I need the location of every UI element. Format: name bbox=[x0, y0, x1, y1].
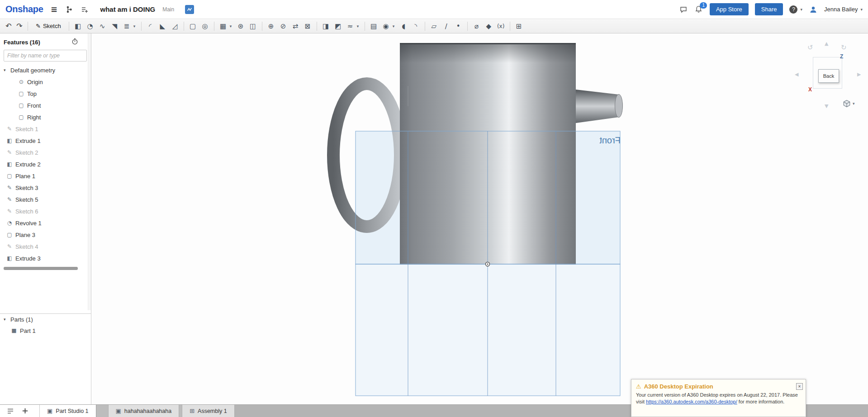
feature-item-sketch-6[interactable]: ✎ Sketch 6 bbox=[0, 205, 91, 217]
parts-group-header[interactable]: ▾ Parts (1) bbox=[0, 314, 91, 325]
split-icon[interactable]: ⊘ bbox=[278, 21, 289, 32]
shell-icon[interactable]: ▢ bbox=[187, 21, 199, 32]
feature-item-sketch-3[interactable]: ✎ Sketch 3 bbox=[0, 182, 91, 194]
feature-list-panel: Features (16) ▾ Default geometry ⊙ Origi… bbox=[0, 33, 91, 404]
versions-icon[interactable] bbox=[65, 5, 74, 14]
sweep-icon[interactable]: ∿ bbox=[97, 21, 108, 32]
fill-surface-icon[interactable]: ▤ bbox=[368, 21, 379, 32]
create-icon[interactable] bbox=[80, 5, 89, 14]
offset-surface-icon[interactable]: ≈ bbox=[345, 21, 356, 32]
redo-icon[interactable]: ↷ bbox=[14, 21, 24, 32]
viewcube-back-face[interactable]: Back bbox=[818, 69, 839, 83]
feature-item-plane-3[interactable]: ▢ Plane 3 bbox=[0, 229, 91, 241]
transform-icon[interactable]: ⇄ bbox=[290, 21, 301, 32]
feature-group-default-geometry[interactable]: ▾ Default geometry bbox=[0, 64, 91, 76]
hamburger-menu-icon[interactable]: ≡ bbox=[49, 5, 58, 14]
avatar[interactable] bbox=[809, 5, 818, 14]
circular-pattern-icon[interactable]: ⊛ bbox=[235, 21, 247, 32]
measure-icon[interactable]: ⌀ bbox=[471, 21, 482, 32]
tab-assembly-1[interactable]: ⊞ Assembly 1 bbox=[182, 405, 235, 417]
thicken-icon[interactable]: ≣ bbox=[121, 21, 133, 32]
delete-part-icon[interactable]: ⊠ bbox=[302, 21, 313, 32]
custom-feature-icon[interactable]: ⊞ bbox=[513, 21, 525, 32]
revolve-icon[interactable]: ◔ bbox=[85, 21, 96, 32]
comments-icon[interactable] bbox=[679, 5, 688, 14]
feature-item-sketch-4[interactable]: ✎ Sketch 4 bbox=[0, 241, 91, 252]
wrap-icon[interactable]: ◖ bbox=[398, 21, 409, 32]
chevron-down-icon[interactable]: ▾ bbox=[230, 24, 234, 28]
feature-item-right-plane[interactable]: ▢ Right bbox=[0, 111, 91, 123]
rotate-ccw-icon[interactable]: ↺ bbox=[807, 43, 813, 52]
user-menu[interactable]: Jenna Bailey bbox=[824, 6, 858, 13]
feature-item-sketch-1[interactable]: ✎ Sketch 1 bbox=[0, 123, 91, 135]
help-icon[interactable]: ? bbox=[789, 5, 797, 14]
feature-item-sketch-2[interactable]: ✎ Sketch 2 bbox=[0, 147, 91, 158]
a360-icon[interactable] bbox=[185, 5, 194, 14]
model-scene[interactable]: Front bbox=[91, 33, 868, 404]
view-options-menu[interactable]: ▾ bbox=[843, 100, 857, 108]
chevron-down-icon[interactable]: ▾ bbox=[357, 24, 361, 28]
feature-item-extrude-3[interactable]: ◧ Extrude 3 bbox=[0, 252, 91, 264]
graphics-area[interactable]: Front ↺ ▲ ↻ ◀ ▶ ▼ Back Z X ▾ bbox=[91, 33, 868, 404]
move-face-icon[interactable]: ◨ bbox=[320, 21, 332, 32]
mass-properties-icon[interactable]: ◆ bbox=[483, 21, 494, 32]
add-tab-icon[interactable] bbox=[21, 407, 29, 415]
modify-fillet-icon[interactable]: ◝ bbox=[410, 21, 422, 32]
tab-hahahahaahahaha[interactable]: ▣ hahahahaahahaha bbox=[108, 405, 180, 417]
rotate-left-icon[interactable]: ◀ bbox=[795, 71, 798, 77]
app-store-button[interactable]: App Store bbox=[710, 3, 749, 15]
share-button[interactable]: Share bbox=[755, 3, 783, 15]
draft-icon[interactable]: ◿ bbox=[169, 21, 180, 32]
features-scrollbar[interactable] bbox=[88, 33, 91, 310]
rotate-up-icon[interactable]: ▲ bbox=[825, 41, 828, 47]
rotate-right-icon[interactable]: ▶ bbox=[857, 71, 861, 77]
feature-item-extrude-2[interactable]: ◧ Extrude 2 bbox=[0, 158, 91, 170]
rotate-down-icon[interactable]: ▼ bbox=[825, 103, 828, 109]
close-icon[interactable]: × bbox=[796, 383, 803, 390]
mirror-icon[interactable]: ◫ bbox=[247, 21, 259, 32]
document-title[interactable]: what am i DOING bbox=[100, 5, 155, 13]
chamfer-icon[interactable]: ◣ bbox=[157, 21, 168, 32]
onshape-logo[interactable]: Onshape bbox=[5, 4, 43, 14]
fillet-icon[interactable]: ◜ bbox=[145, 21, 156, 32]
chevron-down-icon[interactable]: ▾ bbox=[133, 24, 138, 28]
replace-face-icon[interactable]: ◩ bbox=[332, 21, 344, 32]
user-caret-icon[interactable]: ▾ bbox=[860, 7, 863, 12]
feature-item-origin[interactable]: ⊙ Origin bbox=[0, 76, 91, 88]
helix-icon[interactable]: ◉ bbox=[380, 21, 392, 32]
boolean-icon[interactable]: ⊕ bbox=[266, 21, 277, 32]
workspace-name[interactable]: Main bbox=[162, 6, 174, 13]
notifications-icon[interactable]: 1 bbox=[694, 5, 703, 14]
manage-elements-icon[interactable] bbox=[6, 407, 14, 415]
help-caret-icon[interactable]: ▾ bbox=[800, 7, 802, 12]
feature-item-sketch-5[interactable]: ✎ Sketch 5 bbox=[0, 194, 91, 205]
plane-icon[interactable]: ▱ bbox=[428, 21, 440, 32]
mug-spout[interactable] bbox=[576, 90, 623, 123]
feature-item-top-plane[interactable]: ▢ Top bbox=[0, 88, 91, 100]
clock-icon[interactable] bbox=[71, 38, 78, 46]
chevron-down-icon[interactable]: ▾ bbox=[4, 68, 8, 72]
rotate-cw-icon[interactable]: ↻ bbox=[841, 43, 847, 52]
hole-icon[interactable]: ◎ bbox=[199, 21, 211, 32]
feature-item-plane-1[interactable]: ▢ Plane 1 bbox=[0, 170, 91, 182]
extrude-icon[interactable]: ◧ bbox=[72, 21, 84, 32]
variable-icon[interactable]: (x) bbox=[495, 21, 507, 32]
linear-pattern-icon[interactable]: ▦ bbox=[218, 21, 229, 32]
chevron-down-icon[interactable]: ▾ bbox=[4, 317, 8, 322]
origin-marker[interactable] bbox=[486, 262, 490, 266]
point-icon[interactable]: • bbox=[453, 21, 464, 32]
chevron-down-icon[interactable]: ▾ bbox=[393, 24, 397, 28]
undo-icon[interactable]: ↶ bbox=[4, 21, 14, 32]
feature-item-extrude-1[interactable]: ◧ Extrude 1 bbox=[0, 135, 91, 147]
feature-item-revolve-1[interactable]: ◔ Revolve 1 bbox=[0, 217, 91, 229]
sketch-button[interactable]: ✎ Sketch bbox=[31, 21, 66, 32]
part-item-part-1[interactable]: ■ Part 1 bbox=[0, 325, 91, 336]
axis-icon[interactable]: ∕ bbox=[441, 21, 452, 32]
rollback-bar[interactable] bbox=[4, 267, 78, 270]
tab-part-studio-1[interactable]: ▣ Part Studio 1 bbox=[40, 405, 96, 417]
feature-filter-input[interactable] bbox=[4, 50, 87, 62]
a360-link[interactable]: https://a360.autodesk.com/a360-desktop/ bbox=[646, 399, 737, 404]
feature-item-front-plane[interactable]: ▢ Front bbox=[0, 100, 91, 111]
toolbar-divider bbox=[467, 22, 468, 31]
loft-icon[interactable]: ◥ bbox=[109, 21, 120, 32]
